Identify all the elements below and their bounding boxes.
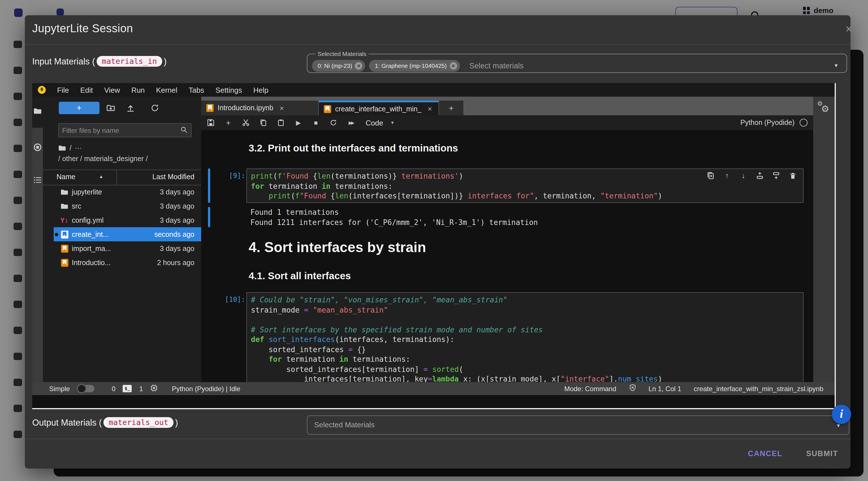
new-launcher-button[interactable]: + (59, 102, 99, 114)
tab-bar: Introduction.ipynb × create_interface_wi… (201, 97, 813, 115)
insert-cell-icon[interactable]: + (224, 118, 233, 127)
code-cell-10[interactable]: # Could be "strain", "von_mises_strain",… (246, 292, 804, 382)
restart-kernel-icon[interactable] (329, 118, 338, 127)
active-filename: create_interface_with_min_strain_zsl.ipy… (694, 385, 824, 393)
duplicate-cell-icon[interactable] (706, 171, 715, 180)
menu-tabs[interactable]: Tabs (183, 86, 210, 94)
paste-icon[interactable] (276, 118, 285, 127)
menu-settings[interactable]: Settings (210, 86, 248, 94)
file-row-import-material[interactable]: import_ma... 3 days ago (54, 241, 201, 255)
notebook-toolbar: + ▶ ■ ▶▶ (201, 115, 813, 130)
file-filter-box[interactable] (58, 123, 192, 137)
notification-shield-icon[interactable] (629, 384, 636, 393)
menu-edit[interactable]: Edit (74, 86, 99, 94)
file-modified: 3 days ago (160, 244, 194, 252)
delete-cell-icon[interactable] (788, 171, 797, 180)
output-materials-select[interactable]: Selected Materials ▼ (307, 415, 849, 434)
header-divider (25, 44, 850, 44)
file-name: jupyterlite (72, 188, 102, 196)
notebook-content[interactable]: 3.2. Print out the interfaces and termin… (201, 130, 813, 382)
stop-icon[interactable]: ■ (311, 118, 320, 127)
cell9-output-line: Found 1 terminations (250, 207, 339, 218)
kernel-status-text[interactable]: Python (Pyodide) | Idle (172, 385, 240, 393)
file-browser-icon[interactable] (33, 107, 42, 115)
new-folder-icon[interactable] (106, 103, 115, 113)
mode-indicator[interactable]: Mode: Command (564, 385, 616, 393)
insert-cell-above-icon[interactable] (755, 171, 764, 180)
chip-remove-icon[interactable]: × (355, 62, 363, 69)
file-row-src[interactable]: src 3 days ago (54, 199, 201, 213)
new-tab-button[interactable]: + (439, 100, 463, 115)
menu-help[interactable]: Help (248, 86, 274, 94)
breadcrumb[interactable]: / ··· (58, 144, 82, 152)
file-list-header[interactable]: Name ▲ Last Modified (43, 170, 201, 185)
cancel-button[interactable]: CANCEL (745, 445, 786, 462)
move-cell-up-icon[interactable]: ↑ (723, 171, 731, 180)
file-modified: 3 days ago (160, 188, 194, 196)
cell9-output-line: Found 1211 interfaces for ('C_P6/mmm_2',… (250, 218, 538, 228)
heading-3-2: 3.2. Print out the interfaces and termin… (249, 143, 458, 154)
breadcrumb-root[interactable]: / (69, 144, 71, 152)
notebook-icon (324, 105, 331, 113)
file-row-introduction[interactable]: Introductio... 2 hours ago (54, 255, 201, 270)
jupyter-activity-bar (32, 97, 43, 382)
tab-close-icon[interactable]: × (279, 104, 284, 112)
simple-mode-toggle[interactable] (77, 385, 94, 392)
column-divider (116, 170, 117, 185)
breadcrumb-path[interactable]: / other / materials_designer / (58, 155, 148, 163)
file-row-jupyterlite[interactable]: jupyterlite 3 days ago (54, 185, 201, 199)
tab-create-interface-active[interactable]: create_interface_with_min_ × (319, 100, 438, 115)
menu-file[interactable]: File (52, 86, 74, 94)
restart-run-all-icon[interactable]: ▶▶ (346, 118, 355, 127)
heading-4-1: 4.1. Sort all interfaces (249, 270, 351, 282)
save-icon[interactable] (206, 118, 215, 127)
running-sessions-icon[interactable] (33, 143, 42, 151)
insert-cell-below-icon[interactable] (772, 171, 780, 180)
notebook-icon (60, 230, 68, 238)
notebook-icon (206, 104, 214, 112)
close-icon[interactable]: × (841, 21, 857, 37)
column-name[interactable]: Name (57, 173, 75, 181)
table-of-contents-icon[interactable] (33, 176, 42, 184)
menu-kernel[interactable]: Kernel (150, 86, 183, 94)
chip-remove-icon[interactable]: × (450, 62, 457, 69)
copy-icon[interactable] (259, 118, 268, 127)
info-button[interactable]: i (832, 405, 851, 424)
search-icon (180, 126, 188, 135)
file-row-config-yml[interactable]: Y: config.yml 3 days ago (54, 213, 201, 227)
select-materials-placeholder[interactable]: Select materials (469, 61, 524, 70)
material-chip[interactable]: 1: Graphene (mp-1040425) × (369, 60, 460, 71)
file-browser-panel: + / ··· (43, 97, 201, 382)
run-icon[interactable]: ▶ (294, 118, 303, 127)
gear-icon: ⚙ (821, 103, 829, 114)
cut-icon[interactable] (241, 118, 250, 127)
material-chip[interactable]: 0: Ni (mp-23) × (312, 60, 365, 71)
file-row-create-interface-selected[interactable]: create_int... seconds ago (54, 227, 201, 241)
kernel-indicator[interactable]: Python (Pyodide) (740, 119, 813, 127)
tab-label: Introduction.ipynb (218, 104, 273, 112)
jupyter-menubar: File Edit View Run Kernel Tabs Settings … (32, 83, 835, 97)
chevron-down-icon[interactable]: ▼ (834, 62, 839, 68)
submit-button[interactable]: SUBMIT (803, 445, 841, 462)
tab-close-icon[interactable]: × (428, 104, 432, 113)
move-cell-down-icon[interactable]: ↓ (739, 171, 748, 180)
cell9-prompt: [9]: (209, 172, 245, 180)
column-last-modified[interactable]: Last Modified (152, 173, 194, 181)
output-selection-bar (208, 207, 210, 227)
output-materials-label: Output Materials ( materials_out ) (32, 417, 178, 428)
file-name: create_int... (72, 230, 109, 238)
file-filter-input[interactable] (59, 126, 180, 134)
tab-introduction[interactable]: Introduction.ipynb × (201, 100, 318, 115)
menu-run[interactable]: Run (126, 86, 151, 94)
output-materials-prefix: Output Materials ( (32, 417, 102, 428)
refresh-icon[interactable] (150, 103, 159, 113)
file-name: config.yml (72, 216, 104, 224)
upload-icon[interactable] (126, 103, 135, 113)
cursor-position[interactable]: Ln 1, Col 1 (648, 385, 681, 393)
folder-icon (58, 144, 66, 152)
breadcrumb-ellipsis[interactable]: ··· (75, 144, 82, 152)
selected-materials-fieldset[interactable]: Selected Materials 0: Ni (mp-23) × 1: Gr… (307, 50, 847, 73)
menu-view[interactable]: View (99, 86, 126, 94)
cell-type-dropdown[interactable]: Code ▾ (366, 118, 394, 127)
materials-out-code-chip: materials_out (103, 417, 173, 428)
